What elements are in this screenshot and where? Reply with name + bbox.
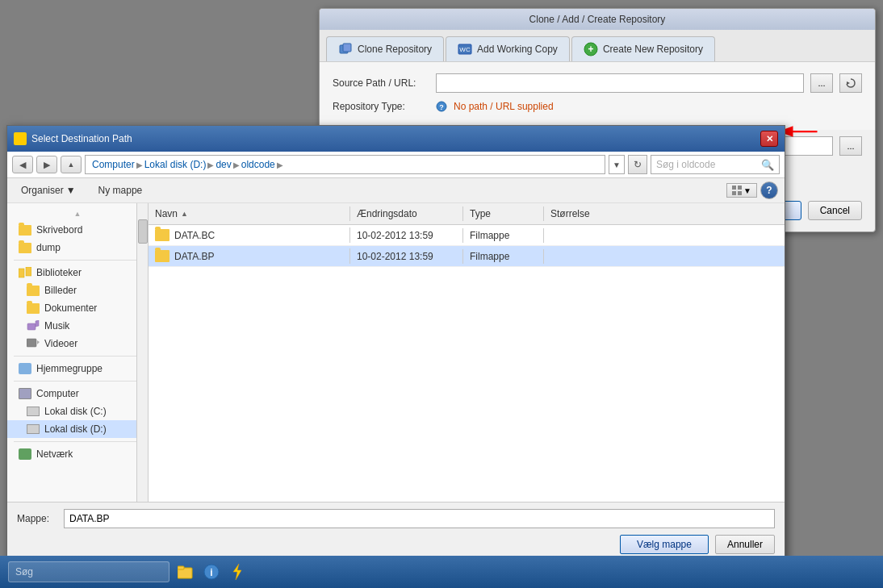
- close-button[interactable]: ✕: [760, 131, 778, 147]
- biblioteker-icon: [19, 267, 31, 278]
- sidebar-item-netvaerk[interactable]: Netværk: [7, 445, 148, 463]
- repo-content: Source Path / URL: ... Repository Type: …: [320, 62, 875, 130]
- repo-tabs: Clone Repository WC Add Working Copy + C…: [320, 30, 875, 62]
- file-main: ▲ Skrivebord dump Biblioteker Billeder D…: [7, 203, 785, 502]
- sidebar-item-dokumenter[interactable]: Dokumenter: [7, 299, 148, 317]
- sidebar-item-lokal-d-label: Lokal disk (D:): [44, 423, 107, 435]
- sidebar-scroll-thumb[interactable]: [138, 219, 148, 244]
- sidebar-item-lokal-d[interactable]: Lokal disk (D:): [7, 420, 148, 438]
- file-dialog-title-area: Select Destination Path: [14, 132, 132, 145]
- source-path-label: Source Path / URL:: [333, 77, 429, 89]
- sidebar-divider-2: [14, 356, 141, 357]
- create-new-icon: +: [584, 42, 598, 56]
- sidebar-scrollbar[interactable]: [136, 203, 148, 502]
- svg-rect-16: [26, 267, 31, 276]
- view-button[interactable]: ▼: [726, 183, 757, 198]
- lokal-d-icon: [27, 424, 40, 434]
- folder-input[interactable]: [64, 509, 775, 528]
- svg-marker-6: [847, 81, 850, 85]
- clone-icon: [338, 42, 353, 56]
- sidebar-item-billeder[interactable]: Billeder: [7, 281, 148, 299]
- col-header-date[interactable]: Ændringsdato: [350, 206, 463, 221]
- svg-text:?: ?: [439, 103, 444, 111]
- repo-dest-browse-btn[interactable]: ...: [839, 136, 862, 156]
- address-dropdown[interactable]: ▼: [609, 155, 625, 174]
- col-header-type[interactable]: Type: [463, 206, 544, 221]
- file-dialog-title-text: Select Destination Path: [31, 133, 132, 144]
- sidebar-divider-3: [14, 381, 141, 382]
- file-address-bar: ◀ ▶ ▲ Computer ▶ Lokal disk (D:) ▶ dev ▶…: [7, 152, 785, 178]
- lokal-c-icon: [27, 407, 40, 416]
- computer-icon: [19, 388, 31, 399]
- taskbar-search-text: Søg: [15, 566, 33, 578]
- svg-marker-19: [37, 340, 40, 344]
- svg-rect-21: [178, 566, 184, 569]
- file-cell-name-data-bp: DATA.BP: [149, 248, 350, 264]
- up-button[interactable]: ▲: [61, 156, 82, 173]
- sidebar-item-lokal-c-label: Lokal disk (C:): [44, 406, 107, 417]
- path-seg-lokaldisk-d[interactable]: Lokal disk (D:): [144, 159, 207, 170]
- path-seg-dev[interactable]: dev: [216, 159, 231, 170]
- sidebar-item-musik[interactable]: Musik: [7, 317, 148, 335]
- tab-clone-label: Clone Repository: [358, 44, 432, 55]
- svg-rect-13: [732, 191, 736, 195]
- tab-clone[interactable]: Clone Repository: [326, 36, 444, 61]
- svg-rect-1: [343, 44, 351, 52]
- search-box[interactable]: Søg i oldcode 🔍: [651, 155, 780, 174]
- path-seg-computer[interactable]: Computer: [92, 159, 135, 170]
- path-segments: Computer ▶ Lokal disk (D:) ▶ dev ▶ oldco…: [92, 159, 283, 170]
- back-button[interactable]: ◀: [12, 156, 33, 173]
- help-button[interactable]: ?: [760, 181, 778, 199]
- sidebar-item-musik-label: Musik: [44, 320, 69, 332]
- new-folder-button[interactable]: Ny mappe: [90, 181, 152, 199]
- dump-icon: [19, 243, 31, 253]
- file-name-data-bc: DATA.BC: [174, 230, 215, 241]
- sidebar-item-skrivebord[interactable]: Skrivebord: [7, 221, 148, 239]
- tab-add-working-copy[interactable]: WC Add Working Copy: [446, 36, 570, 61]
- taskbar-icon-lightning[interactable]: [228, 562, 247, 582]
- source-path-input[interactable]: [436, 73, 804, 93]
- organiser-button[interactable]: Organiser ▼: [14, 181, 83, 199]
- file-sidebar: ▲ Skrivebord dump Biblioteker Billeder D…: [7, 203, 149, 502]
- sidebar-item-videoer[interactable]: Videoer: [7, 335, 148, 352]
- organiser-arrow: ▼: [66, 185, 76, 196]
- taskbar-icon-folder[interactable]: [176, 562, 195, 582]
- file-name-data-bp: DATA.BP: [174, 251, 215, 262]
- col-name-label: Navn: [155, 208, 178, 219]
- file-dialog-titlebar: Select Destination Path ✕: [7, 126, 785, 152]
- path-seg-oldcode[interactable]: oldcode: [241, 159, 275, 170]
- sidebar-item-biblioteker[interactable]: Biblioteker: [7, 264, 148, 281]
- sidebar-item-hjemmegruppe[interactable]: Hjemmegruppe: [7, 360, 148, 377]
- col-date-label: Ændringsdato: [357, 208, 417, 219]
- repo-type-label: Repository Type:: [333, 101, 429, 112]
- svg-rect-18: [27, 339, 36, 347]
- cancel-button[interactable]: Cancel: [808, 201, 862, 220]
- sidebar-item-dump[interactable]: dump: [7, 239, 148, 256]
- taskbar-icon-info[interactable]: i: [202, 562, 221, 582]
- file-cell-type-data-bc: Filmappe: [463, 228, 544, 243]
- file-row-data-bc[interactable]: DATA.BC 10-02-2012 13:59 Filmappe: [149, 225, 785, 246]
- hjemmegruppe-icon: [19, 363, 31, 374]
- source-path-refresh-btn[interactable]: [839, 73, 862, 93]
- col-header-size[interactable]: Størrelse: [544, 206, 609, 221]
- refresh-button[interactable]: ↻: [628, 155, 647, 174]
- tab-create-new[interactable]: + Create New Repository: [571, 36, 715, 61]
- file-dialog-bottom: Mappe: Vælg mappe Annuller: [7, 502, 785, 561]
- sidebar-item-billeder-label: Billeder: [44, 285, 77, 296]
- sidebar-item-lokal-c[interactable]: Lokal disk (C:): [7, 402, 148, 420]
- file-row-data-bp[interactable]: DATA.BP 10-02-2012 13:59 Filmappe: [149, 246, 785, 267]
- skrivebord-icon: [19, 225, 31, 236]
- annuller-button[interactable]: Annuller: [715, 535, 775, 554]
- address-path-bar[interactable]: Computer ▶ Lokal disk (D:) ▶ dev ▶ oldco…: [85, 155, 605, 174]
- col-header-name[interactable]: Navn ▲: [149, 206, 350, 221]
- toolbar-left: Organiser ▼ Ny mappe: [14, 181, 151, 199]
- file-cell-date-data-bc: 10-02-2012 13:59: [350, 228, 463, 243]
- forward-button[interactable]: ▶: [36, 156, 57, 173]
- billeder-icon: [27, 286, 40, 296]
- dokumenter-icon: [27, 303, 40, 314]
- source-path-browse-btn[interactable]: ...: [810, 73, 833, 93]
- choose-folder-button[interactable]: Vælg mappe: [620, 535, 709, 554]
- sidebar-item-computer[interactable]: Computer: [7, 385, 148, 402]
- file-list-area: Navn ▲ Ændringsdato Type Størrelse DATA.…: [149, 203, 785, 502]
- taskbar-search[interactable]: Søg: [8, 561, 169, 582]
